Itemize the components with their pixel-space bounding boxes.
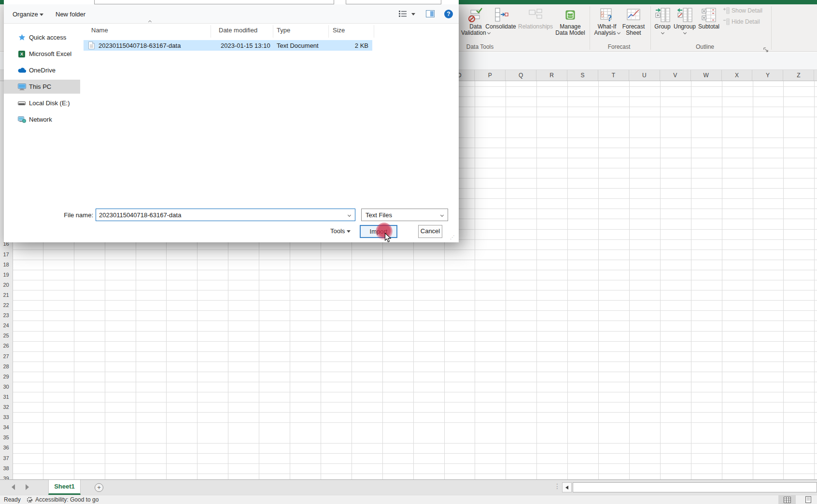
hide-detail-button: Hide Detail [723,18,760,25]
file-type-select[interactable]: Text Files [361,209,448,221]
file-size-cell: 2 KB [335,42,368,49]
organize-menu[interactable]: Organize [13,11,43,18]
row-header-29[interactable]: 29 [0,372,12,382]
tab-scroll-left-icon[interactable] [12,484,15,490]
row-header-27[interactable]: 27 [0,351,12,362]
row-header-37[interactable]: 37 [0,453,12,463]
forecast-sheet-icon [620,6,647,24]
row-header-17[interactable]: 17 [0,250,12,260]
row-header-32[interactable]: 32 [0,402,12,412]
column-header-R[interactable]: R [536,70,567,81]
sidebar-item-quick-access[interactable]: Quick access [4,30,80,44]
search-box[interactable] [346,0,441,4]
sidebar-item-local-disk-e[interactable]: Local Disk (E:) [4,96,80,110]
column-header-Q[interactable]: Q [506,70,536,81]
sidebar-item-microsoft-excel[interactable]: X Microsoft Excel [4,47,80,61]
row-header-26[interactable]: 26 [0,341,12,351]
row-header-39[interactable]: 39 [0,474,12,479]
text-document-icon [88,42,95,51]
subtotal-icon [697,6,721,24]
show-detail-button: Show Detail [723,7,762,14]
consolidate-button[interactable]: Consolidate [484,6,518,30]
row-header-36[interactable]: 36 [0,443,12,453]
file-row[interactable]: 20230115040718-63167-data 2023-01-15 13:… [84,40,372,51]
column-header-U[interactable]: U [629,70,660,81]
status-ready: Ready [4,496,21,503]
sidebar-item-onedrive[interactable]: OneDrive [4,63,80,77]
sheet-tab-bar: Sheet1 + ⋮ [0,479,817,495]
column-header-size[interactable]: Size [333,27,345,34]
row-header-23[interactable]: 23 [0,310,12,321]
subtotal-button[interactable]: Subtotal [697,6,721,30]
new-sheet-button[interactable]: + [95,483,103,492]
chevron-down-icon[interactable] [440,213,444,217]
page-layout-view-button[interactable] [800,495,817,504]
new-folder-button[interactable]: New folder [56,11,85,18]
forecast-sheet-button[interactable]: Forecast Sheet [620,6,647,36]
sidebar-item-network[interactable]: Network [4,112,80,126]
row-header-38[interactable]: 38 [0,463,12,474]
dialog-toolbar: Organize New folder ? [4,4,459,24]
excel-icon: X [17,51,26,57]
row-header-34[interactable]: 34 [0,422,12,433]
row-header-21[interactable]: 21 [0,290,12,300]
resize-grip-icon[interactable]: ⋰ [450,235,455,240]
column-header-W[interactable]: W [691,70,722,81]
hscroll-left-button[interactable] [562,482,572,492]
ribbon-separator [771,6,772,50]
row-header-24[interactable]: 24 [0,321,12,331]
help-button[interactable]: ? [444,10,453,18]
row-header-35[interactable]: 35 [0,433,12,443]
column-divider[interactable] [273,25,273,38]
row-header-28[interactable]: 28 [0,362,12,372]
column-divider[interactable] [211,25,211,38]
row-header-31[interactable]: 31 [0,392,12,402]
column-header-date-modified[interactable]: Date modified [219,27,257,34]
row-header-25[interactable]: 25 [0,331,12,341]
ungroup-label: Ungroup [673,24,697,30]
excel-window: Data Validation Consolidate [0,0,817,504]
tools-menu[interactable]: Tools [330,227,351,235]
row-header-18[interactable]: 18 [0,260,12,270]
column-header-name[interactable]: Name [91,27,108,34]
hscroll-thumb[interactable] [573,482,817,492]
group-button[interactable]: Group [652,6,673,36]
address-bar[interactable] [94,0,334,4]
what-if-analysis-button[interactable]: ? What-If Analysis [592,6,621,36]
file-name-cell: 20230115040718-63167-data [99,42,181,49]
row-header-22[interactable]: 22 [0,300,12,310]
list-view-icon[interactable] [399,11,407,18]
tab-splitter-handle[interactable]: ⋮ [554,482,560,490]
cancel-button[interactable]: Cancel [418,225,442,238]
ungroup-button[interactable]: Ungroup [673,6,697,36]
sidebar-item-this-pc[interactable]: This PC [4,80,80,94]
column-header-V[interactable]: V [660,70,691,81]
column-header-Y[interactable]: Y [753,70,784,81]
column-header-X[interactable]: X [722,70,753,81]
column-header-S[interactable]: S [567,70,598,81]
column-divider[interactable] [328,25,329,38]
row-header-20[interactable]: 20 [0,280,12,290]
column-header-T[interactable]: T [598,70,629,81]
tab-scroll-right-icon[interactable] [26,484,29,490]
column-header-P[interactable]: P [475,70,506,81]
group-icon [652,6,673,24]
file-name-input[interactable]: 20230115040718-63167-data [96,209,355,221]
row-header-30[interactable]: 30 [0,382,12,392]
normal-view-button[interactable] [778,495,796,504]
preview-pane-icon[interactable] [426,10,435,19]
group-label: Group [652,24,673,30]
chevron-down-icon[interactable] [348,213,351,217]
sheet-tab-sheet1[interactable]: Sheet1 [48,480,81,495]
column-header-type[interactable]: Type [277,27,290,34]
accessibility-checker-icon[interactable] [26,496,33,504]
manage-data-model-button[interactable]: Manage Data Model [553,6,587,36]
column-header-Z[interactable]: Z [783,70,814,81]
column-divider[interactable] [374,25,374,38]
cloud-icon [17,68,26,73]
row-header-33[interactable]: 33 [0,412,12,422]
file-name-label: File name: [42,211,93,219]
view-options-chevron-icon[interactable] [411,13,415,15]
monitor-icon [17,84,26,90]
row-header-19[interactable]: 19 [0,270,12,280]
